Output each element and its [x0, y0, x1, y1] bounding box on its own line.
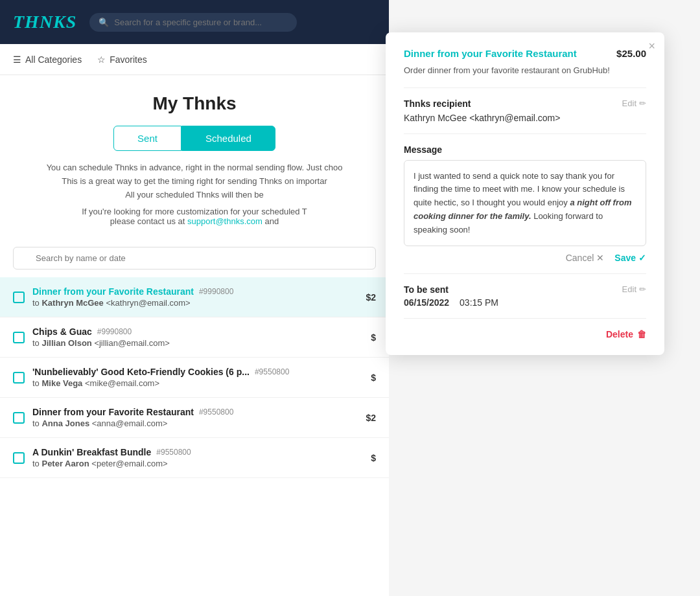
tabs-container: Sent Scheduled [13, 126, 376, 151]
item-price-4: $ [371, 453, 376, 463]
message-box[interactable]: I just wanted to send a quick note to sa… [404, 160, 646, 247]
item-checkbox-4[interactable] [13, 452, 25, 464]
message-actions: Cancel ✕ Save ✓ [404, 253, 646, 263]
favorites-nav[interactable]: ☆ Favorites [97, 52, 147, 67]
tab-sent[interactable]: Sent [113, 126, 181, 151]
item-name-0: Dinner from your Favorite Restaurant #99… [32, 286, 358, 297]
list-item[interactable]: Chips & Guac #9990800 to Jillian Olson <… [0, 317, 389, 358]
item-info-4: A Dunkin' Breakfast Bundle #9550800 to P… [32, 447, 363, 468]
subnav: ☰ All Categories ☆ Favorites [0, 44, 389, 75]
item-recipient-0: to Kathryn McGee <kathryn@email.com> [32, 298, 358, 308]
tobsent-edit-button[interactable]: Edit ✏ [622, 284, 646, 294]
menu-icon: ☰ [13, 54, 21, 65]
divider-1 [404, 87, 646, 88]
item-name-3: Dinner from your Favorite Restaurant #95… [32, 407, 358, 417]
search-input[interactable] [114, 17, 288, 27]
thnk-list: Dinner from your Favorite Restaurant #99… [0, 277, 389, 596]
item-name-4: A Dunkin' Breakfast Bundle #9550800 [32, 447, 363, 457]
close-button[interactable]: × [648, 40, 655, 52]
support-link[interactable]: support@thnks.com [187, 216, 262, 226]
x-icon: ✕ [596, 253, 604, 263]
item-price-0: $2 [366, 292, 376, 303]
check-icon: ✓ [638, 253, 646, 263]
save-button[interactable]: Save ✓ [614, 253, 646, 263]
app-container: THNKS 🔍 ☰ All Categories ☆ Favorites My … [0, 0, 700, 596]
tobsent-label: To be sent [404, 284, 449, 295]
item-order-2: #9550800 [255, 367, 289, 376]
detail-product-name: Dinner from your Favorite Restaurant [404, 48, 577, 59]
tab-scheduled[interactable]: Scheduled [181, 126, 275, 151]
tobsent-time: 03:15 PM [460, 297, 498, 308]
message-label: Message [404, 144, 646, 155]
item-info-3: Dinner from your Favorite Restaurant #95… [32, 407, 358, 428]
description-1: You can schedule Thnks in advance, right… [13, 161, 376, 201]
delete-button[interactable]: Delete 🗑 [606, 329, 646, 339]
item-price-3: $2 [366, 413, 376, 423]
recipient-edit-button[interactable]: Edit ✏ [622, 98, 646, 108]
list-search-container: 🔍 [13, 247, 376, 269]
trash-icon: 🗑 [637, 329, 646, 339]
item-price-1: $ [371, 332, 376, 343]
search-bar[interactable]: 🔍 [89, 13, 297, 32]
list-search-wrap: 🔍 [0, 247, 389, 277]
divider-3 [404, 273, 646, 274]
item-recipient-4: to Peter Aaron <peter@email.com> [32, 459, 363, 468]
navbar: THNKS 🔍 [0, 0, 389, 44]
list-search-input[interactable] [13, 247, 376, 269]
favorites-label: Favorites [110, 54, 147, 65]
tobsent-row: To be sent Edit ✏ [404, 284, 646, 295]
list-item[interactable]: 'Nunbelievably' Good Keto-Friendly Cooki… [0, 358, 389, 398]
item-checkbox-0[interactable] [13, 292, 25, 303]
contact-text: If you're looking for more customization… [13, 207, 376, 226]
item-name-1: Chips & Guac #9990800 [32, 327, 363, 337]
recipient-section-header: Thnks recipient Edit ✏ [404, 98, 646, 109]
cancel-button[interactable]: Cancel ✕ [566, 253, 605, 263]
item-order-0: #9990800 [199, 287, 233, 296]
item-recipient-3: to Anna Jones <anna@email.com> [32, 418, 358, 428]
star-icon: ☆ [97, 54, 106, 65]
content-area: My Thnks Sent Scheduled You can schedule… [0, 75, 389, 596]
item-info-0: Dinner from your Favorite Restaurant #99… [32, 286, 358, 308]
detail-recipient-value: Kathryn McGee <kathryn@email.com> [404, 113, 646, 123]
all-categories-label: All Categories [25, 54, 82, 65]
logo: THNKS [13, 12, 76, 32]
pencil-icon-2: ✏ [639, 284, 646, 294]
item-info-1: Chips & Guac #9990800 to Jillian Olson <… [32, 327, 363, 348]
detail-product-desc: Order dinner from your favorite restaura… [404, 64, 646, 77]
delete-row: Delete 🗑 [404, 329, 646, 339]
list-item[interactable]: A Dunkin' Breakfast Bundle #9550800 to P… [0, 438, 389, 478]
detail-panel: × Dinner from your Favorite Restaurant $… [386, 32, 664, 355]
detail-product-row: Dinner from your Favorite Restaurant $25… [404, 48, 646, 59]
tobsent-value: 06/15/2022 03:15 PM [404, 297, 646, 308]
pencil-icon: ✏ [639, 98, 646, 108]
my-thnks-header: My Thnks Sent Scheduled You can schedule… [0, 75, 389, 247]
item-order-1: #9990800 [97, 327, 132, 336]
item-checkbox-1[interactable] [13, 332, 25, 343]
detail-price: $25.00 [616, 48, 646, 59]
tobsent-date: 06/15/2022 [404, 297, 449, 308]
item-recipient-2: to Mike Vega <mike@email.com> [32, 378, 363, 388]
item-checkbox-3[interactable] [13, 412, 25, 424]
search-icon: 🔍 [99, 17, 109, 27]
item-price-2: $ [371, 372, 376, 383]
main-panel: THNKS 🔍 ☰ All Categories ☆ Favorites My … [0, 0, 389, 596]
recipient-label: Thnks recipient [404, 98, 471, 109]
item-info-2: 'Nunbelievably' Good Keto-Friendly Cooki… [32, 367, 363, 388]
detail-body: Dinner from your Favorite Restaurant $25… [386, 32, 664, 355]
all-categories-nav[interactable]: ☰ All Categories [13, 52, 82, 67]
item-checkbox-2[interactable] [13, 372, 25, 384]
list-item[interactable]: Dinner from your Favorite Restaurant #99… [0, 277, 389, 317]
item-recipient-1: to Jillian Olson <jillian@email.com> [32, 338, 363, 348]
page-title: My Thnks [13, 93, 376, 114]
item-order-4: #9550800 [156, 448, 191, 457]
list-item[interactable]: Dinner from your Favorite Restaurant #95… [0, 398, 389, 438]
item-order-3: #9550800 [199, 407, 233, 417]
divider-4 [404, 318, 646, 319]
item-name-2: 'Nunbelievably' Good Keto-Friendly Cooki… [32, 367, 363, 377]
divider-2 [404, 133, 646, 134]
